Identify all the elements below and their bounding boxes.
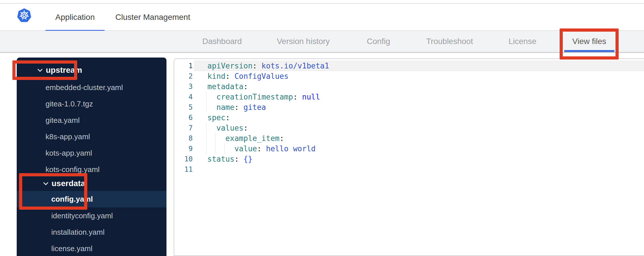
tree-file-embedded-cluster.yaml[interactable]: embedded-cluster.yaml bbox=[17, 79, 166, 96]
code-text: creationTimestamp: null bbox=[207, 92, 320, 102]
subnav-tab-label: View files bbox=[572, 37, 606, 46]
code-line-3: 3metadata: bbox=[174, 81, 644, 92]
line-number: 7 bbox=[174, 123, 193, 133]
code-line-7: 7 values: bbox=[174, 123, 644, 133]
file-tree-sidebar: upstreamembedded-cluster.yamlgitea-1.0.7… bbox=[17, 58, 166, 256]
line-number: 8 bbox=[174, 133, 193, 144]
tree-file-gitea.yaml[interactable]: gitea.yaml bbox=[17, 112, 166, 129]
chevron-down-icon bbox=[43, 182, 49, 185]
subnav-tab-label: Config bbox=[367, 37, 390, 46]
tree-file-gitea-1.0.7.tgz[interactable]: gitea-1.0.7.tgz bbox=[17, 96, 166, 112]
code-line-9: 9 value: hello world bbox=[174, 144, 644, 154]
tree-file-kots-app.yaml[interactable]: kots-app.yaml bbox=[17, 145, 166, 161]
code-text: kind: ConfigValues bbox=[207, 71, 289, 81]
app-subnav: DashboardVersion historyConfigTroublesho… bbox=[0, 31, 644, 53]
tree-item-label: upstream bbox=[46, 66, 82, 75]
chevron-down-icon bbox=[37, 69, 43, 72]
tree-file-identityconfig.yaml[interactable]: identityconfig.yaml bbox=[17, 208, 166, 224]
subnav-tab-config[interactable]: Config bbox=[359, 31, 398, 52]
code-text: spec: bbox=[207, 112, 230, 123]
code-line-6: 6spec: bbox=[174, 112, 644, 123]
tree-folder-upstream[interactable]: upstream bbox=[17, 62, 166, 79]
tree-file-k8s-app.yaml[interactable]: k8s-app.yaml bbox=[17, 129, 166, 145]
line-number: 4 bbox=[174, 92, 193, 102]
line-number: 11 bbox=[174, 164, 193, 175]
tab-cluster-management[interactable]: Cluster Management bbox=[115, 4, 191, 30]
app-header: Application Cluster Management bbox=[0, 4, 644, 31]
indent-guide bbox=[206, 102, 207, 112]
code-text: metadata: bbox=[207, 81, 248, 92]
code-line-8: 8 example_item: bbox=[174, 133, 644, 144]
subnav-tab-license[interactable]: License bbox=[501, 31, 545, 52]
tree-item-label: config.yaml bbox=[51, 195, 93, 204]
line-number: 6 bbox=[174, 112, 193, 123]
file-content-editor[interactable]: 1apiVersion: kots.io/v1beta12kind: Confi… bbox=[174, 58, 644, 256]
line-number: 1 bbox=[174, 61, 193, 71]
tree-item-label: installation.yaml bbox=[51, 228, 105, 237]
indent-guide bbox=[206, 144, 207, 154]
tree-item-label: license.yaml bbox=[51, 244, 92, 253]
tree-item-label: userdata bbox=[52, 179, 85, 188]
tree-item-label: embedded-cluster.yaml bbox=[46, 83, 123, 92]
tree-file-config.yaml[interactable]: config.yaml bbox=[17, 191, 166, 207]
code-text: apiVersion: kots.io/v1beta1 bbox=[207, 61, 329, 71]
code-line-10: 10status: {} bbox=[174, 154, 644, 164]
tree-item-label: kots-app.yaml bbox=[46, 149, 92, 158]
subnav-tab-label: Version history bbox=[277, 37, 330, 46]
code-text: example_item: bbox=[207, 133, 284, 144]
active-tab-underline bbox=[564, 50, 614, 52]
indent-guide bbox=[206, 123, 207, 133]
subnav-tab-label: License bbox=[509, 37, 537, 46]
code-line-11: 11 bbox=[174, 164, 644, 175]
kubernetes-logo-icon bbox=[17, 8, 31, 24]
tab-application-label: Application bbox=[55, 13, 95, 22]
subnav-tab-label: Troubleshoot bbox=[426, 37, 473, 46]
tree-item-label: kots-config.yaml bbox=[46, 165, 100, 174]
code-text: values: bbox=[207, 123, 248, 133]
code-line-5: 5 name: gitea bbox=[174, 102, 644, 112]
indent-guide bbox=[206, 92, 207, 102]
tab-cluster-management-label: Cluster Management bbox=[115, 13, 190, 22]
tree-file-installation.yaml[interactable]: installation.yaml bbox=[17, 224, 166, 240]
subnav-tab-label: Dashboard bbox=[202, 37, 242, 46]
line-number: 9 bbox=[174, 144, 193, 154]
kots-admin-console: { "colors": { "accent_blue": "#3e6cdf", … bbox=[0, 0, 644, 256]
code-text: value: hello world bbox=[207, 144, 316, 154]
code-text: status: {} bbox=[207, 154, 253, 164]
line-number: 10 bbox=[174, 154, 193, 164]
tree-item-label: gitea.yaml bbox=[46, 116, 80, 125]
code-line-2: 2kind: ConfigValues bbox=[174, 71, 644, 81]
code-line-4: 4 creationTimestamp: null bbox=[174, 92, 644, 102]
subnav-tab-troubleshoot[interactable]: Troubleshoot bbox=[418, 31, 481, 52]
code-text: name: gitea bbox=[207, 102, 266, 112]
code-line-1: 1apiVersion: kots.io/v1beta1 bbox=[174, 61, 644, 71]
subnav-tab-view-files[interactable]: View files bbox=[564, 31, 614, 52]
subnav-tab-version-history[interactable]: Version history bbox=[269, 31, 338, 52]
subnav-tab-dashboard[interactable]: Dashboard bbox=[194, 31, 250, 52]
line-number: 2 bbox=[174, 71, 193, 81]
tree-item-label: k8s-app.yaml bbox=[46, 132, 90, 141]
tree-item-label: gitea-1.0.7.tgz bbox=[46, 100, 93, 108]
line-number: 5 bbox=[174, 102, 193, 112]
tree-item-label: identityconfig.yaml bbox=[51, 211, 113, 220]
indent-guide bbox=[206, 133, 207, 144]
tab-application[interactable]: Application bbox=[46, 4, 105, 30]
tree-file-license.yaml[interactable]: license.yaml bbox=[17, 240, 166, 256]
line-number: 3 bbox=[174, 81, 193, 92]
tree-folder-userdata[interactable]: userdata bbox=[17, 175, 166, 192]
